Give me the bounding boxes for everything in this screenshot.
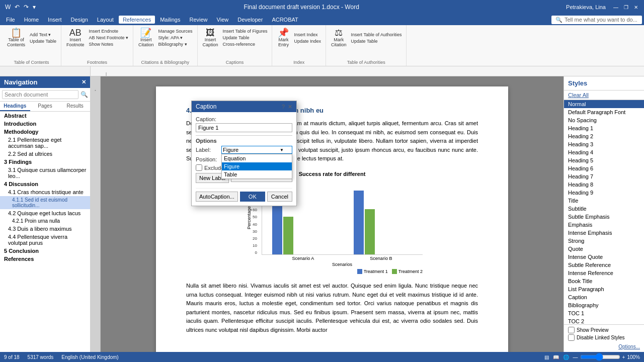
nav-item-4-4[interactable]: 4.4 Pellentesque viverra volutpat purus	[0, 233, 90, 247]
update-table-auth-btn[interactable]: Update Table	[350, 38, 404, 44]
styles-options-link[interactable]: Options...	[618, 344, 640, 349]
nav-item-findings[interactable]: 3 Findings	[0, 158, 90, 166]
restore-btn[interactable]: ❐	[622, 3, 630, 11]
style-caption[interactable]: Caption	[564, 293, 644, 301]
dialog-close-btn[interactable]: ✕	[288, 104, 292, 110]
nav-item-4-2-1[interactable]: 4.2.1 Proin urna nulla	[0, 217, 90, 225]
nav-tab-results[interactable]: Results	[60, 102, 90, 111]
styles-clear-all[interactable]: Clear All	[564, 90, 644, 100]
show-preview-item[interactable]: Show Preview	[568, 327, 640, 333]
exclude-checkbox[interactable]	[196, 164, 202, 171]
nav-item-abstract[interactable]: Abstract	[0, 112, 90, 120]
nav-item-methodology[interactable]: Methodology	[0, 128, 90, 136]
tab-layout[interactable]: Layout	[93, 16, 118, 24]
caption-dialog[interactable]: Caption ? ✕ Caption: Options Label: Figu…	[191, 101, 297, 206]
style-default-paragraph[interactable]: Default Paragraph Font	[564, 108, 644, 116]
nav-search-input[interactable]	[2, 90, 78, 99]
style-normal[interactable]: Normal	[564, 100, 644, 108]
style-bibliography[interactable]: Bibliography	[564, 301, 644, 309]
show-notes-btn[interactable]: Show Notes	[87, 41, 130, 47]
manage-sources-btn[interactable]: Manage Sources	[157, 28, 194, 34]
tab-design[interactable]: Design	[67, 16, 92, 24]
read-icon[interactable]: 📖	[553, 354, 559, 360]
style-list-paragraph[interactable]: List Paragraph	[564, 285, 644, 293]
option-figure[interactable]: Figure	[222, 162, 292, 170]
update-table-toc-btn[interactable]: Update Table	[28, 38, 58, 44]
style-heading-3[interactable]: Heading 3	[564, 140, 644, 148]
style-quote[interactable]: Quote	[564, 245, 644, 253]
style-heading-4[interactable]: Heading 4	[564, 148, 644, 156]
insert-citation-btn[interactable]: 📝 InsertCitation	[136, 27, 156, 48]
insert-endnote-btn[interactable]: Insert Endnote	[87, 28, 130, 34]
style-heading-5[interactable]: Heading 5	[564, 156, 644, 164]
tab-view[interactable]: View	[213, 16, 233, 24]
nav-item-2-2[interactable]: 2.2 Sed at ultrices	[0, 150, 90, 158]
customize-qa-btn[interactable]: ▾	[32, 4, 37, 11]
update-table-cap-btn[interactable]: Update Table	[221, 35, 269, 41]
table-of-contents-btn[interactable]: 📋 Table ofContents	[5, 27, 27, 48]
insert-footnote-btn[interactable]: AB InsertFootnote	[64, 27, 87, 48]
close-btn[interactable]: ✕	[632, 3, 640, 11]
cancel-btn[interactable]: Cancel	[267, 192, 292, 202]
disable-linked-item[interactable]: Disable Linked Styles	[568, 334, 640, 341]
style-heading-7[interactable]: Heading 7	[564, 172, 644, 180]
nav-tab-headings[interactable]: Headings	[0, 102, 30, 111]
style-heading-8[interactable]: Heading 8	[564, 180, 644, 189]
nav-item-4-3[interactable]: 4.3 Duis a libero maximus	[0, 225, 90, 233]
tab-developer[interactable]: Developer	[233, 16, 267, 24]
layout-icon[interactable]: ▤	[544, 354, 549, 360]
style-book-title[interactable]: Book Title	[564, 277, 644, 285]
zoom-slider[interactable]	[580, 353, 620, 361]
style-emphasis[interactable]: Emphasis	[564, 221, 644, 229]
style-intense-quote[interactable]: Intense Quote	[564, 253, 644, 261]
undo-btn[interactable]: ↶	[14, 4, 21, 11]
dialog-help-btn[interactable]: ?	[282, 104, 285, 110]
nav-item-2-1[interactable]: 2.1 Pellentesque eget accumsan sap...	[0, 136, 90, 150]
web-icon[interactable]: 🌐	[563, 354, 569, 360]
nav-item-4-1-1[interactable]: 4.1.1 Sed id est euismod sollicitudin...	[0, 196, 90, 209]
search-box[interactable]: 🔍 Tell me what you want to do...	[551, 16, 642, 24]
minimize-btn[interactable]: —	[612, 3, 620, 11]
redo-btn[interactable]: ↷	[23, 4, 30, 11]
mark-citation-btn[interactable]: ⚖ MarkCitation	[329, 27, 349, 48]
next-footnote-btn[interactable]: AB Next Footnote ▾	[87, 35, 130, 41]
style-heading-2[interactable]: Heading 2	[564, 132, 644, 140]
style-strong[interactable]: Strong	[564, 237, 644, 245]
tab-acrobat[interactable]: ACROBAT	[268, 16, 302, 24]
add-text-btn[interactable]: Add Text ▾	[28, 32, 58, 38]
caption-input[interactable]	[196, 123, 292, 132]
disable-linked-checkbox[interactable]	[568, 334, 575, 341]
autocaption-btn[interactable]: AutoCaption...	[196, 192, 238, 202]
tab-mailings[interactable]: Mailings	[156, 16, 184, 24]
update-index-btn[interactable]: Update Index	[292, 38, 323, 44]
zoom-in-btn[interactable]: +	[622, 354, 625, 360]
option-table[interactable]: Table	[222, 170, 292, 178]
style-intense-emphasis[interactable]: Intense Emphasis	[564, 229, 644, 237]
show-preview-checkbox[interactable]	[568, 327, 575, 333]
document-area[interactable]: 4.1.1 Sed id est euismod sollicitudin ni…	[101, 76, 564, 352]
style-intense-reference[interactable]: Intense Reference	[564, 269, 644, 277]
nav-item-4-2[interactable]: 4.2 Quisque eget luctus lacus	[0, 209, 90, 217]
label-dropdown[interactable]: Figure ▼	[221, 146, 292, 154]
style-heading-9[interactable]: Heading 9	[564, 189, 644, 197]
tab-insert[interactable]: Insert	[44, 16, 66, 24]
style-heading-6[interactable]: Heading 6	[564, 164, 644, 172]
style-subtle-reference[interactable]: Subtle Reference	[564, 261, 644, 269]
ok-btn[interactable]: OK	[240, 192, 265, 202]
style-title[interactable]: Title	[564, 197, 644, 205]
zoom-out-btn[interactable]: —	[573, 354, 578, 360]
tab-review[interactable]: Review	[186, 16, 212, 24]
nav-item-4-1[interactable]: 4.1 Cras rhoncus tristique ante	[0, 188, 90, 196]
tab-references[interactable]: References	[119, 16, 155, 24]
nav-item-references[interactable]: References	[0, 255, 90, 263]
tab-home[interactable]: Home	[20, 16, 43, 24]
style-heading-1[interactable]: Heading 1	[564, 124, 644, 132]
insert-caption-btn[interactable]: 🖼 InsertCaption	[201, 27, 220, 48]
insert-index-btn[interactable]: Insert Index	[292, 32, 323, 38]
style-btn[interactable]: Style: APA ▾	[157, 35, 194, 41]
nav-close-btn[interactable]: ✕	[82, 79, 86, 85]
style-subtle-emphasis[interactable]: Subtle Emphasis	[564, 213, 644, 221]
style-toc-1[interactable]: TOC 1	[564, 309, 644, 317]
option-equation[interactable]: Equation	[222, 154, 292, 162]
nav-item-introduction[interactable]: Introduction	[0, 120, 90, 128]
